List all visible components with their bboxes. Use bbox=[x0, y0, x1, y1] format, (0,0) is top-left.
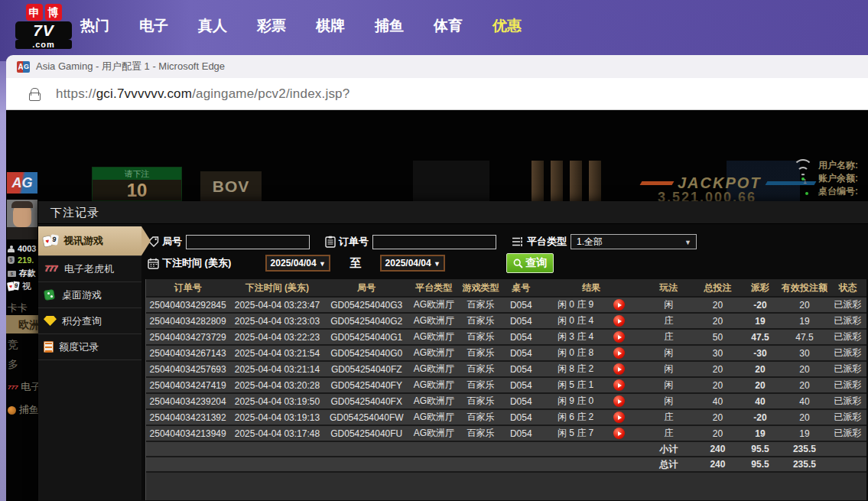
nav-item[interactable]: 棋牌 bbox=[316, 16, 345, 36]
video-hall-label: 视 bbox=[22, 280, 31, 293]
records-tab[interactable]: 视讯游戏 bbox=[38, 226, 141, 256]
nav-item[interactable]: 捕鱼 bbox=[375, 16, 404, 36]
replay-button[interactable] bbox=[613, 412, 625, 423]
account-info-label: 账户余额: bbox=[818, 172, 868, 185]
bet-record-row: 2504040342313922025-04-04 03:19:13GD0542… bbox=[146, 409, 866, 425]
column-header: 桌号 bbox=[502, 279, 540, 297]
result-text: 闲 5 庄 7 bbox=[558, 427, 593, 440]
account-info-label: 用户名称: bbox=[818, 159, 868, 172]
records-tab-label: 积分查询 bbox=[62, 314, 102, 328]
game-left-rail: AG 4003 $219. $存款 视 卡卡 欧洲 竞 多 777电子 捕鱼 bbox=[6, 156, 38, 501]
bet-record-row: 2504040342392042025-04-04 03:19:50GD0542… bbox=[146, 393, 866, 409]
replay-button[interactable] bbox=[613, 395, 625, 407]
page-content: 请下注 10 BOV JACKPOT 3,521,000.66 用户名称:账户余… bbox=[6, 110, 868, 501]
nav-item[interactable]: 体育 bbox=[434, 16, 463, 36]
result-text: 闲 0 庄 8 bbox=[558, 346, 593, 359]
logo-badge-shen: 申 bbox=[26, 4, 43, 21]
column-header: 玩法 bbox=[642, 279, 695, 297]
countdown-label: 请下注 bbox=[93, 168, 181, 180]
replay-button[interactable] bbox=[613, 428, 625, 439]
result-text: 闲 0 庄 9 bbox=[558, 298, 593, 311]
records-table: 订单号下注时间 (美东)局号平台类型游戏类型桌号结果玩法总投注派彩有效投注额状态… bbox=[146, 279, 866, 473]
url-path: /agingame/pcv2/index.jsp? bbox=[192, 86, 349, 101]
records-tab[interactable]: 额度记录 bbox=[38, 334, 141, 360]
window-edge bbox=[0, 61, 6, 501]
order-label: 订单号 bbox=[339, 235, 369, 249]
platform-type-label: 平台类型 bbox=[527, 235, 567, 249]
countdown-value: 10 bbox=[93, 180, 181, 201]
records-tab-label: 电子老虎机 bbox=[64, 262, 114, 276]
bet-record-row: 2504040342474192025-04-04 03:20:28GD0542… bbox=[146, 377, 866, 393]
document-icon bbox=[44, 341, 54, 353]
chevron-down-icon: ▼ bbox=[434, 260, 441, 268]
bet-record-row: 2504040342576932025-04-04 03:21:14GD0542… bbox=[146, 361, 866, 377]
result-text: 闲 8 庄 2 bbox=[558, 363, 593, 376]
chevron-down-icon: ▼ bbox=[319, 260, 326, 268]
ag-favicon bbox=[17, 61, 30, 73]
nav-item[interactable]: 热门 bbox=[80, 16, 109, 36]
slot-machine-icon: 777 bbox=[8, 384, 18, 391]
nav-item[interactable]: 彩票 bbox=[257, 16, 286, 36]
url-host: gci.7vvvvvv.com bbox=[96, 86, 193, 101]
platform-type-select[interactable]: 1.全部 ▼ bbox=[571, 234, 697, 249]
url-text[interactable]: https://gci.7vvvvvv.com/agingame/pcv2/in… bbox=[56, 86, 349, 102]
column-header: 订单号 bbox=[146, 279, 229, 297]
nav-item[interactable]: 电子 bbox=[139, 16, 168, 36]
table-games-icon bbox=[44, 289, 57, 301]
to-label: 至 bbox=[349, 256, 361, 271]
hall-item: 卡卡 bbox=[8, 301, 28, 315]
date-to-button[interactable]: 2025/04/04 ▼ bbox=[380, 255, 445, 272]
replay-button[interactable] bbox=[613, 363, 625, 375]
records-table-container: 订单号下注时间 (美东)局号平台类型游戏类型桌号结果玩法总投注派彩有效投注额状态… bbox=[145, 279, 866, 500]
replay-button[interactable] bbox=[613, 347, 625, 359]
bet-record-row: 2504040342828092025-04-04 03:23:03GD0542… bbox=[146, 313, 866, 329]
total-row: 总计24095.5235.5 bbox=[146, 457, 866, 472]
url-scheme: https:// bbox=[56, 86, 96, 101]
result-text: 闲 5 庄 1 bbox=[558, 379, 593, 392]
records-tab[interactable]: 积分查询 bbox=[38, 308, 141, 334]
date-from-button[interactable]: 2025/04/04 ▼ bbox=[265, 255, 330, 272]
deposit-label: 存款 bbox=[19, 268, 36, 279]
site-logo[interactable]: 申 博 7V .com bbox=[15, 4, 72, 49]
gem-icon bbox=[44, 316, 57, 326]
records-tab-label: 视讯游戏 bbox=[63, 234, 103, 248]
main-nav: 热门电子真人彩票棋牌捕鱼体育优惠 bbox=[80, 16, 522, 36]
bet-record-row: 2504040342671432025-04-04 03:21:54GD0542… bbox=[146, 345, 866, 361]
replay-button[interactable] bbox=[613, 331, 625, 343]
window-title: Asia Gaming - 用户配置 1 - Microsoft Edge bbox=[36, 60, 225, 73]
query-button[interactable]: 查询 bbox=[506, 253, 554, 273]
column-header: 下注时间 (美东) bbox=[229, 279, 324, 297]
column-header: 结果 bbox=[540, 279, 642, 297]
nav-item[interactable]: 优惠 bbox=[493, 16, 522, 36]
address-bar[interactable]: https://gci.7vvvvvv.com/agingame/pcv2/in… bbox=[6, 78, 868, 110]
records-tab[interactable]: 桌面游戏 bbox=[38, 282, 141, 308]
account-info-label: 桌台编号: bbox=[818, 185, 868, 198]
cards-icon bbox=[8, 281, 19, 291]
replay-button[interactable] bbox=[613, 315, 625, 327]
records-tab-label: 额度记录 bbox=[59, 340, 99, 354]
records-tab-label: 桌面游戏 bbox=[62, 288, 102, 302]
nav-item[interactable]: 真人 bbox=[198, 16, 227, 36]
result-text: 闲 6 庄 2 bbox=[558, 411, 593, 424]
hall-item-active: 欧洲 bbox=[6, 315, 38, 333]
result-text: 闲 0 庄 4 bbox=[558, 314, 593, 327]
table-header-row: 订单号下注时间 (美东)局号平台类型游戏类型桌号结果玩法总投注派彩有效投注额状态 bbox=[146, 279, 866, 297]
list-icon bbox=[512, 236, 524, 247]
replay-button[interactable] bbox=[613, 379, 625, 391]
bet-time-label: 下注时间 (美东) bbox=[162, 256, 231, 270]
modal-title: 下注记录 bbox=[38, 201, 868, 224]
lock-icon[interactable] bbox=[29, 88, 39, 99]
replay-button[interactable] bbox=[613, 299, 625, 311]
screen: 申 博 7V .com 热门电子真人彩票棋牌捕鱼体育优惠 Asia Gaming… bbox=[0, 0, 868, 501]
round-label: 局号 bbox=[162, 235, 182, 249]
cards-icon bbox=[44, 235, 58, 247]
records-tab[interactable]: 777电子老虎机 bbox=[38, 256, 141, 282]
bet-countdown: 请下注 10 bbox=[92, 167, 182, 201]
bet-record-row: 2504040342737292025-04-04 03:22:23GD0542… bbox=[146, 329, 866, 345]
players-icon bbox=[8, 246, 15, 252]
browser-titlebar: Asia Gaming - 用户配置 1 - Microsoft Edge bbox=[6, 55, 868, 78]
site-navbar: 申 博 7V .com 热门电子真人彩票棋牌捕鱼体育优惠 bbox=[0, 0, 868, 61]
order-input[interactable] bbox=[372, 235, 496, 249]
hall-item: 多 bbox=[8, 358, 18, 372]
round-input[interactable] bbox=[186, 235, 310, 249]
